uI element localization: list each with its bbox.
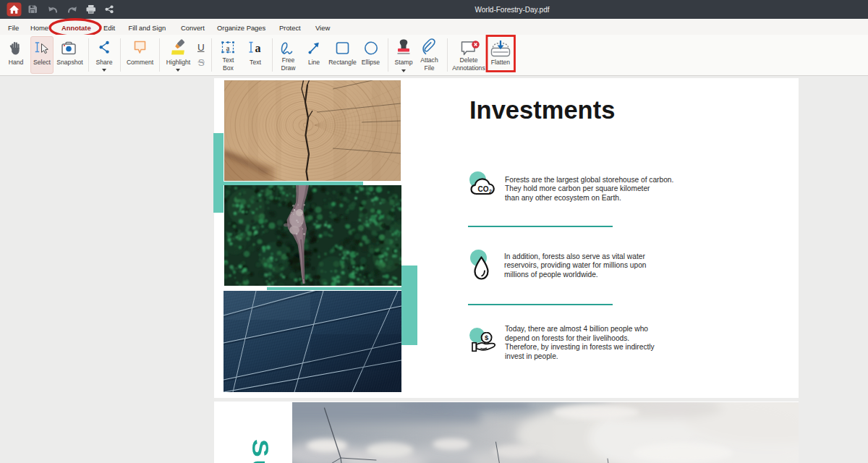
svg-text:CO: CO [477,184,488,192]
svg-text:a: a [226,43,230,52]
svg-text:a: a [255,42,261,54]
svg-text:U: U [197,42,205,53]
svg-text:$: $ [485,334,489,341]
svg-text:2: 2 [489,189,492,194]
